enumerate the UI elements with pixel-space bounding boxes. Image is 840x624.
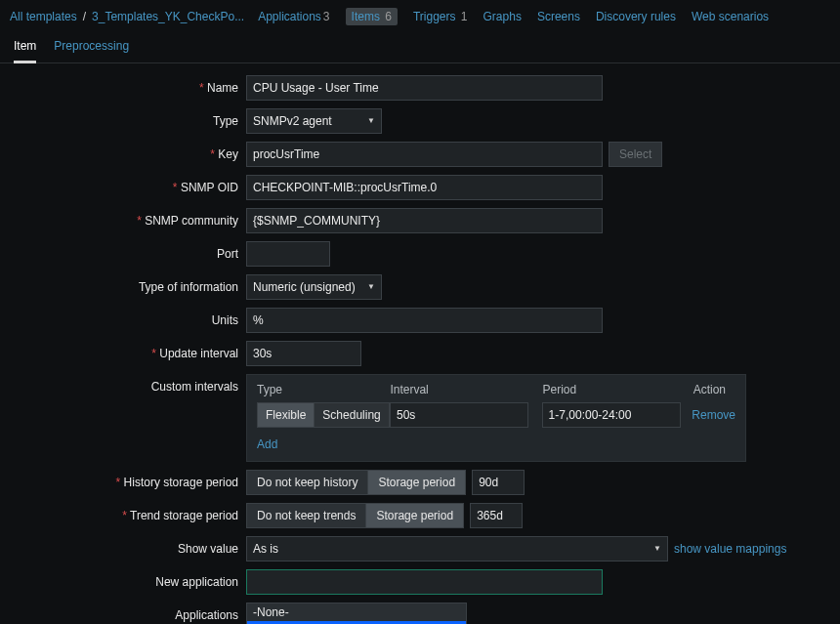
units-input[interactable] <box>246 308 603 333</box>
nav-screens[interactable]: Screens <box>537 10 580 23</box>
label-port: Port <box>0 241 246 261</box>
label-units: Units <box>0 308 246 327</box>
type-info-select[interactable]: Numeric (unsigned) <box>246 274 382 300</box>
label-snmp-oid: SNMP OID <box>0 175 246 194</box>
history-storage-period[interactable]: Storage period <box>368 470 466 495</box>
port-input[interactable] <box>246 241 330 267</box>
nav-applications-count: 3 <box>323 10 330 23</box>
breadcrumb: All templates / 3_Templates_YK_CheckPo..… <box>10 10 244 23</box>
nav-links: Applications3 Items 6 Triggers 1 Graphs … <box>258 8 769 25</box>
trend-value-input[interactable] <box>470 503 523 528</box>
breadcrumb-all-templates[interactable]: All templates <box>10 10 77 23</box>
interval-add-link[interactable]: Add <box>257 437 277 451</box>
trend-storage-period[interactable]: Storage period <box>366 503 464 528</box>
label-history-period: History storage period <box>0 470 246 489</box>
nav-graphs[interactable]: Graphs <box>483 10 522 23</box>
intervals-header-type: Type <box>257 383 390 396</box>
show-value-select[interactable]: As is <box>246 536 668 562</box>
label-show-value: Show value <box>0 536 246 556</box>
key-select-button[interactable]: Select <box>609 142 662 167</box>
nav-triggers[interactable]: Triggers 1 <box>413 10 468 23</box>
label-name: Name <box>0 75 246 95</box>
top-bar: All templates / 3_Templates_YK_CheckPo..… <box>0 0 840 31</box>
type-select[interactable]: SNMPv2 agent <box>246 108 382 134</box>
history-mode-segment: Do not keep history Storage period <box>246 470 466 495</box>
interval-row: Flexible Scheduling Remove <box>257 402 735 428</box>
history-value-input[interactable] <box>472 470 525 495</box>
interval-remove-link[interactable]: Remove <box>692 408 735 422</box>
label-new-application: New application <box>0 569 246 589</box>
label-applications: Applications <box>0 603 246 622</box>
snmp-community-input[interactable] <box>246 208 603 233</box>
application-option[interactable]: -None- <box>247 603 466 621</box>
interval-period-input[interactable] <box>542 402 681 428</box>
label-snmp-community: SNMP community <box>0 208 246 228</box>
interval-type-scheduling[interactable]: Scheduling <box>315 402 389 428</box>
show-value-mappings-link[interactable]: show value mappings <box>674 542 786 556</box>
nav-triggers-count: 1 <box>461 10 468 23</box>
label-trend-period: Trend storage period <box>0 503 246 522</box>
tab-bar: Item Preprocessing <box>0 31 840 63</box>
label-custom-intervals: Custom intervals <box>0 374 246 394</box>
intervals-header-period: Period <box>543 383 693 396</box>
custom-intervals-box: Type Interval Period Action Flexible Sch… <box>246 374 746 462</box>
intervals-header: Type Interval Period Action <box>257 383 735 396</box>
nav-items[interactable]: Items 6 <box>346 8 398 25</box>
label-update-interval: Update interval <box>0 341 246 360</box>
nav-discovery[interactable]: Discovery rules <box>596 10 676 23</box>
update-interval-input[interactable] <box>246 341 361 366</box>
history-no-keep[interactable]: Do not keep history <box>246 470 368 495</box>
name-input[interactable] <box>246 75 603 101</box>
tab-preprocessing[interactable]: Preprocessing <box>54 39 129 62</box>
trend-no-keep[interactable]: Do not keep trends <box>246 503 366 528</box>
nav-applications[interactable]: Applications3 <box>258 10 329 23</box>
tab-item[interactable]: Item <box>14 39 36 63</box>
nav-items-count: 6 <box>385 10 392 23</box>
label-type-info: Type of information <box>0 274 246 294</box>
nav-web[interactable]: Web scenarios <box>692 10 769 23</box>
key-input[interactable] <box>246 142 603 167</box>
breadcrumb-separator: / <box>83 10 86 23</box>
interval-type-segment: Flexible Scheduling <box>257 402 390 428</box>
intervals-header-action: Action <box>693 383 735 396</box>
breadcrumb-current[interactable]: 3_Templates_YK_CheckPo... <box>92 10 244 23</box>
applications-list[interactable]: -None-CP CPUCP GeneralCP Memory <box>246 603 467 624</box>
label-key: Key <box>0 142 246 161</box>
intervals-header-interval: Interval <box>390 383 542 396</box>
snmp-oid-input[interactable] <box>246 175 603 200</box>
new-application-input[interactable] <box>246 569 603 595</box>
label-type: Type <box>0 108 246 128</box>
interval-value-input[interactable] <box>390 402 528 428</box>
item-form: Name Type SNMPv2 agent Key Select SNMP O… <box>0 63 840 624</box>
trend-mode-segment: Do not keep trends Storage period <box>246 503 464 528</box>
interval-type-flexible[interactable]: Flexible <box>257 402 315 428</box>
